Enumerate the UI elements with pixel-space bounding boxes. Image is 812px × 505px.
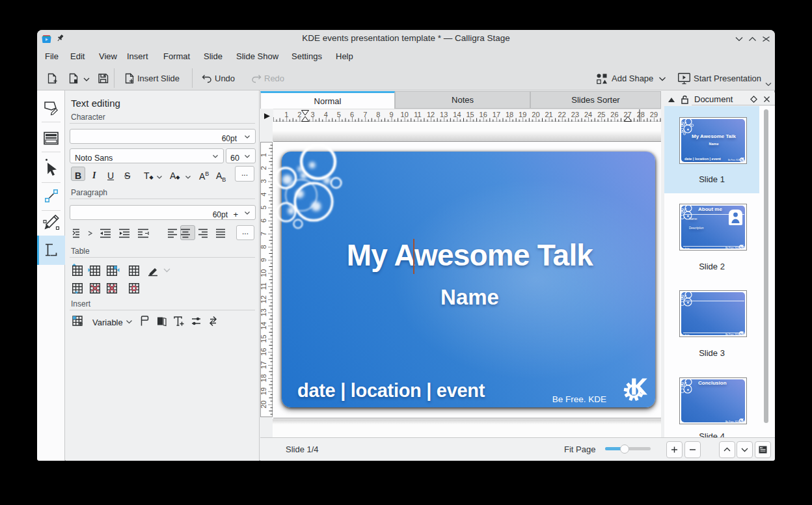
svg-text:11: 11 — [261, 282, 267, 290]
svg-text:1: 1 — [261, 153, 267, 157]
svg-text:15: 15 — [261, 334, 267, 342]
svg-text:9: 9 — [261, 258, 267, 262]
svg-text:16: 16 — [261, 348, 267, 356]
svg-text:5: 5 — [261, 206, 267, 210]
svg-text:6: 6 — [261, 219, 267, 223]
svg-text:8: 8 — [261, 245, 267, 249]
svg-text:18: 18 — [261, 374, 267, 382]
svg-text:3: 3 — [261, 179, 267, 183]
svg-text:13: 13 — [261, 308, 267, 316]
svg-text:10: 10 — [261, 269, 267, 277]
svg-text:20: 20 — [261, 400, 267, 408]
svg-text:14: 14 — [261, 321, 267, 329]
svg-text:4: 4 — [261, 193, 267, 197]
svg-text:2: 2 — [261, 166, 267, 170]
svg-text:7: 7 — [261, 232, 267, 236]
svg-text:12: 12 — [261, 295, 267, 303]
svg-text:19: 19 — [261, 387, 267, 395]
svg-text:17: 17 — [261, 361, 267, 369]
